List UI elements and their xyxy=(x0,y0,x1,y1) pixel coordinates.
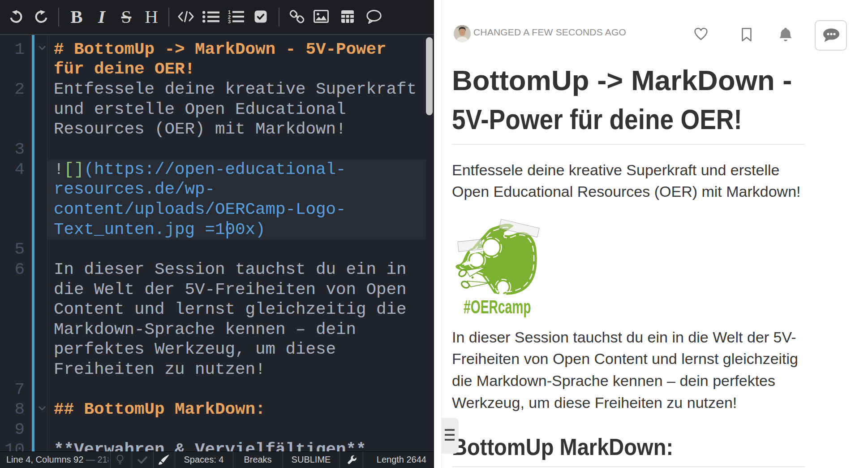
svg-text:3: 3 xyxy=(228,19,231,23)
